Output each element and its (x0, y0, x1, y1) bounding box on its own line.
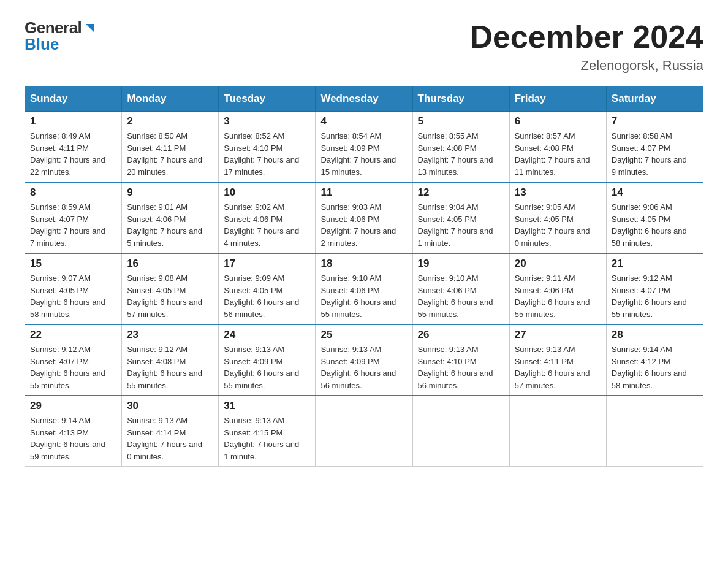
calendar-week-row: 1Sunrise: 8:49 AMSunset: 4:11 PMDaylight… (25, 112, 703, 183)
day-number: 9 (127, 186, 213, 199)
day-number: 27 (515, 329, 601, 341)
day-number: 28 (612, 329, 698, 341)
day-info: Sunrise: 9:04 AMSunset: 4:05 PMDaylight:… (418, 201, 504, 249)
day-number: 24 (224, 329, 310, 341)
day-info: Sunrise: 9:13 AMSunset: 4:10 PMDaylight:… (418, 343, 504, 391)
day-number: 8 (30, 186, 116, 199)
calendar-cell: 9Sunrise: 9:01 AMSunset: 4:06 PMDaylight… (122, 182, 219, 253)
calendar-cell: 8Sunrise: 8:59 AMSunset: 4:07 PMDaylight… (25, 182, 122, 253)
calendar-header-monday: Monday (122, 86, 219, 112)
calendar-cell: 10Sunrise: 9:02 AMSunset: 4:06 PMDayligh… (219, 182, 316, 253)
day-info: Sunrise: 9:12 AMSunset: 4:07 PMDaylight:… (30, 343, 116, 391)
calendar-cell: 29Sunrise: 9:14 AMSunset: 4:13 PMDayligh… (25, 396, 122, 467)
svg-marker-0 (86, 24, 94, 33)
calendar-cell (316, 396, 412, 467)
calendar-cell: 13Sunrise: 9:05 AMSunset: 4:05 PMDayligh… (509, 182, 606, 253)
calendar-cell: 21Sunrise: 9:12 AMSunset: 4:07 PMDayligh… (606, 253, 703, 324)
day-number: 4 (320, 115, 407, 128)
day-number: 7 (612, 115, 698, 128)
day-number: 19 (418, 258, 504, 270)
day-info: Sunrise: 9:14 AMSunset: 4:13 PMDaylight:… (30, 415, 116, 462)
day-number: 30 (127, 400, 213, 412)
day-number: 23 (127, 329, 213, 341)
location-text: Zelenogorsk, Russia (469, 58, 703, 74)
day-info: Sunrise: 8:54 AMSunset: 4:09 PMDaylight:… (320, 130, 407, 178)
day-number: 21 (612, 258, 698, 270)
day-number: 18 (320, 258, 407, 270)
day-number: 15 (30, 258, 116, 270)
day-info: Sunrise: 9:13 AMSunset: 4:11 PMDaylight:… (515, 343, 601, 391)
day-info: Sunrise: 9:01 AMSunset: 4:06 PMDaylight:… (127, 201, 213, 249)
calendar-cell: 14Sunrise: 9:06 AMSunset: 4:05 PMDayligh… (606, 182, 703, 253)
calendar-header-sunday: Sunday (25, 86, 122, 112)
day-info: Sunrise: 9:13 AMSunset: 4:15 PMDaylight:… (224, 415, 310, 462)
day-number: 20 (515, 258, 601, 270)
logo: General Blue (25, 18, 97, 54)
day-number: 3 (224, 115, 310, 128)
title-block: December 2024 Zelenogorsk, Russia (469, 18, 703, 74)
calendar-cell: 15Sunrise: 9:07 AMSunset: 4:05 PMDayligh… (25, 253, 122, 324)
day-number: 31 (224, 400, 310, 412)
day-number: 11 (320, 186, 407, 199)
day-info: Sunrise: 9:06 AMSunset: 4:05 PMDaylight:… (612, 201, 698, 249)
calendar-cell: 23Sunrise: 9:12 AMSunset: 4:08 PMDayligh… (122, 324, 219, 396)
logo-arrow-icon (83, 21, 97, 37)
calendar-cell: 31Sunrise: 9:13 AMSunset: 4:15 PMDayligh… (219, 396, 316, 467)
calendar-cell: 12Sunrise: 9:04 AMSunset: 4:05 PMDayligh… (412, 182, 509, 253)
day-number: 26 (418, 329, 504, 341)
calendar-cell: 28Sunrise: 9:14 AMSunset: 4:12 PMDayligh… (606, 324, 703, 396)
calendar-week-row: 15Sunrise: 9:07 AMSunset: 4:05 PMDayligh… (25, 253, 703, 324)
day-info: Sunrise: 8:55 AMSunset: 4:08 PMDaylight:… (418, 130, 504, 178)
calendar-cell: 19Sunrise: 9:10 AMSunset: 4:06 PMDayligh… (412, 253, 509, 324)
day-info: Sunrise: 8:58 AMSunset: 4:07 PMDaylight:… (612, 130, 698, 178)
day-number: 16 (127, 258, 213, 270)
day-number: 2 (127, 115, 213, 128)
day-info: Sunrise: 9:11 AMSunset: 4:06 PMDaylight:… (515, 272, 601, 320)
day-number: 17 (224, 258, 310, 270)
day-number: 14 (612, 186, 698, 199)
calendar-header-friday: Friday (509, 86, 606, 112)
day-info: Sunrise: 9:02 AMSunset: 4:06 PMDaylight:… (224, 201, 310, 249)
day-info: Sunrise: 9:07 AMSunset: 4:05 PMDaylight:… (30, 272, 116, 320)
calendar-week-row: 29Sunrise: 9:14 AMSunset: 4:13 PMDayligh… (25, 396, 703, 467)
day-info: Sunrise: 8:59 AMSunset: 4:07 PMDaylight:… (30, 201, 116, 249)
calendar-cell: 5Sunrise: 8:55 AMSunset: 4:08 PMDaylight… (412, 112, 509, 183)
day-info: Sunrise: 8:52 AMSunset: 4:10 PMDaylight:… (224, 130, 310, 178)
day-info: Sunrise: 9:09 AMSunset: 4:05 PMDaylight:… (224, 272, 310, 320)
day-info: Sunrise: 8:50 AMSunset: 4:11 PMDaylight:… (127, 130, 213, 178)
calendar-header-row: SundayMondayTuesdayWednesdayThursdayFrid… (25, 86, 703, 112)
day-number: 13 (515, 186, 601, 199)
day-info: Sunrise: 9:13 AMSunset: 4:09 PMDaylight:… (224, 343, 310, 391)
calendar-table: SundayMondayTuesdayWednesdayThursdayFrid… (25, 86, 703, 467)
calendar-cell: 26Sunrise: 9:13 AMSunset: 4:10 PMDayligh… (412, 324, 509, 396)
calendar-cell: 2Sunrise: 8:50 AMSunset: 4:11 PMDaylight… (122, 112, 219, 183)
page-header: General Blue December 2024 Zelenogorsk, … (25, 18, 703, 74)
day-info: Sunrise: 9:12 AMSunset: 4:07 PMDaylight:… (612, 272, 698, 320)
day-info: Sunrise: 9:10 AMSunset: 4:06 PMDaylight:… (418, 272, 504, 320)
calendar-cell (509, 396, 606, 467)
day-info: Sunrise: 9:13 AMSunset: 4:14 PMDaylight:… (127, 415, 213, 462)
day-info: Sunrise: 9:12 AMSunset: 4:08 PMDaylight:… (127, 343, 213, 391)
calendar-week-row: 22Sunrise: 9:12 AMSunset: 4:07 PMDayligh… (25, 324, 703, 396)
month-title: December 2024 (469, 18, 703, 55)
day-number: 5 (418, 115, 504, 128)
day-number: 25 (320, 329, 407, 341)
calendar-cell: 6Sunrise: 8:57 AMSunset: 4:08 PMDaylight… (509, 112, 606, 183)
day-number: 6 (515, 115, 601, 128)
calendar-cell: 17Sunrise: 9:09 AMSunset: 4:05 PMDayligh… (219, 253, 316, 324)
calendar-cell: 24Sunrise: 9:13 AMSunset: 4:09 PMDayligh… (219, 324, 316, 396)
day-info: Sunrise: 9:10 AMSunset: 4:06 PMDaylight:… (320, 272, 407, 320)
calendar-cell: 20Sunrise: 9:11 AMSunset: 4:06 PMDayligh… (509, 253, 606, 324)
calendar-cell: 4Sunrise: 8:54 AMSunset: 4:09 PMDaylight… (316, 112, 412, 183)
calendar-header-wednesday: Wednesday (316, 86, 412, 112)
calendar-header-thursday: Thursday (412, 86, 509, 112)
calendar-cell: 27Sunrise: 9:13 AMSunset: 4:11 PMDayligh… (509, 324, 606, 396)
calendar-cell: 7Sunrise: 8:58 AMSunset: 4:07 PMDaylight… (606, 112, 703, 183)
day-info: Sunrise: 9:05 AMSunset: 4:05 PMDaylight:… (515, 201, 601, 249)
day-number: 12 (418, 186, 504, 199)
day-number: 22 (30, 329, 116, 341)
calendar-cell: 3Sunrise: 8:52 AMSunset: 4:10 PMDaylight… (219, 112, 316, 183)
day-info: Sunrise: 8:57 AMSunset: 4:08 PMDaylight:… (515, 130, 601, 178)
calendar-cell (606, 396, 703, 467)
calendar-cell: 11Sunrise: 9:03 AMSunset: 4:06 PMDayligh… (316, 182, 412, 253)
